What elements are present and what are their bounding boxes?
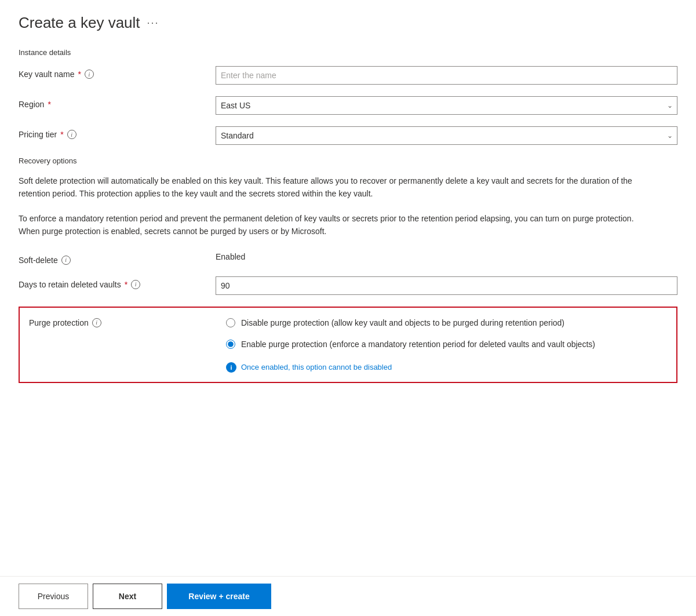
more-options-icon[interactable]: ··· bbox=[147, 17, 159, 29]
purge-protection-radio-options: Disable purge protection (allow key vaul… bbox=[226, 317, 667, 373]
disable-purge-option: Disable purge protection (allow key vaul… bbox=[226, 317, 667, 329]
enable-purge-label[interactable]: Enable purge protection (enforce a manda… bbox=[241, 338, 595, 351]
required-star: * bbox=[78, 70, 81, 79]
info-circle-icon: i bbox=[226, 362, 236, 373]
required-star-pricing: * bbox=[60, 130, 63, 139]
page-title: Create a key vault bbox=[19, 14, 140, 32]
enable-purge-option: Enable purge protection (enforce a manda… bbox=[226, 338, 667, 351]
days-to-retain-label: Days to retain deleted vaults * i bbox=[19, 276, 216, 289]
required-star-days: * bbox=[125, 280, 127, 289]
soft-delete-info-icon[interactable]: i bbox=[61, 256, 71, 265]
key-vault-name-group: Key vault name * i bbox=[19, 66, 677, 85]
key-vault-name-label: Key vault name * i bbox=[19, 66, 216, 79]
pricing-tier-group: Pricing tier * i Standard Premium ⌄ bbox=[19, 126, 677, 145]
purge-protection-section: Purge protection i Disable purge protect… bbox=[19, 307, 677, 383]
pricing-tier-select[interactable]: Standard Premium bbox=[216, 126, 677, 145]
days-to-retain-info-icon[interactable]: i bbox=[131, 280, 140, 289]
instance-details-section-label: Instance details bbox=[19, 48, 677, 57]
region-group: Region * East US West US West US 2 East … bbox=[19, 96, 677, 115]
purge-description: To enforce a mandatory retention period … bbox=[19, 212, 656, 238]
purge-info-note: i Once enabled, this option cannot be di… bbox=[226, 362, 667, 373]
required-star-region: * bbox=[48, 100, 50, 109]
pricing-tier-label: Pricing tier * i bbox=[19, 126, 216, 139]
purge-protection-info-icon[interactable]: i bbox=[92, 318, 101, 327]
key-vault-name-input[interactable] bbox=[216, 66, 677, 85]
region-select[interactable]: East US West US West US 2 East US 2 Cent… bbox=[216, 96, 677, 115]
info-note-text: Once enabled, this option cannot be disa… bbox=[241, 363, 392, 371]
days-to-retain-group: Days to retain deleted vaults * i bbox=[19, 276, 677, 295]
region-control: East US West US West US 2 East US 2 Cent… bbox=[216, 96, 677, 115]
soft-delete-description: Soft delete protection will automaticall… bbox=[19, 174, 656, 201]
pricing-tier-select-wrapper: Standard Premium ⌄ bbox=[216, 126, 677, 145]
days-to-retain-input[interactable] bbox=[216, 276, 677, 295]
disable-purge-label[interactable]: Disable purge protection (allow key vaul… bbox=[241, 317, 564, 329]
region-label: Region * bbox=[19, 96, 216, 109]
key-vault-name-info-icon[interactable]: i bbox=[85, 70, 94, 79]
purge-protection-label: Purge protection i bbox=[29, 317, 226, 327]
key-vault-name-control bbox=[216, 66, 677, 85]
pricing-tier-control: Standard Premium ⌄ bbox=[216, 126, 677, 145]
soft-delete-group: Soft-delete i Enabled bbox=[19, 252, 677, 265]
disable-purge-radio[interactable] bbox=[226, 318, 235, 327]
region-select-wrapper: East US West US West US 2 East US 2 Cent… bbox=[216, 96, 677, 115]
soft-delete-value: Enabled bbox=[216, 252, 677, 261]
enable-purge-radio[interactable] bbox=[226, 340, 235, 349]
purge-protection-group: Purge protection i Disable purge protect… bbox=[29, 317, 667, 373]
recovery-options-section-label: Recovery options bbox=[19, 156, 677, 165]
days-to-retain-control bbox=[216, 276, 677, 295]
page-header: Create a key vault ··· bbox=[19, 14, 677, 32]
soft-delete-label: Soft-delete i bbox=[19, 252, 216, 265]
pricing-tier-info-icon[interactable]: i bbox=[67, 130, 76, 139]
